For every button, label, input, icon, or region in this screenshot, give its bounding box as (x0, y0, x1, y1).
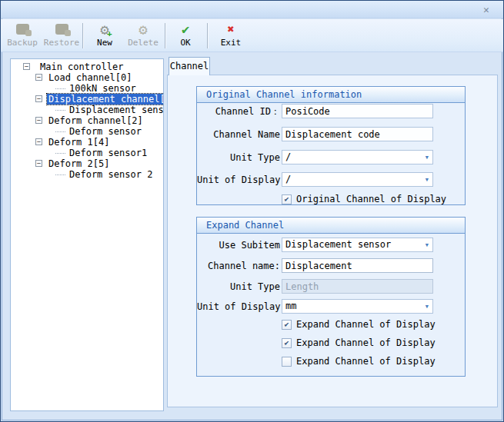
tree-node-deform-sensor-2[interactable]: Deform sensor 2 (11, 169, 163, 180)
ok-check-icon: ✔ (182, 21, 189, 38)
channel-name-label: Channel Name (197, 127, 280, 142)
expand-channel-name-field[interactable] (282, 258, 433, 273)
expand-channel-group: Expand Channel Use Subitem Displacement … (196, 217, 466, 377)
check-icon: ✔ (284, 339, 289, 347)
collapse-icon[interactable]: − (35, 95, 42, 102)
tree-node-deform-channel[interactable]: − Deform channel[2] (11, 115, 163, 126)
expand-display-checkbox-row-2: ✔ Expand Channel of Display (282, 337, 436, 348)
channel-name-field[interactable] (282, 127, 433, 141)
expand-display-checkbox-row-3: ✔ Expand Channel of Display (282, 356, 436, 367)
close-icon[interactable]: ✕ (479, 3, 494, 16)
channel-tree: − Main controller − Load channel[0] 100k… (10, 58, 164, 411)
channel-settings-window: ✕ Backup Restore ⚙ + New ⚙ Delete ✔ OK (0, 0, 504, 422)
toolbar: Backup Restore ⚙ + New ⚙ Delete ✔ OK ✖ E… (1, 19, 503, 52)
use-subitem-label: Use Subitem (197, 238, 280, 253)
exit-cross-icon: ✖ (227, 21, 234, 38)
restore-icon (55, 21, 68, 38)
tree-node-displacement-sensor[interactable]: Displacement sensor (11, 105, 163, 115)
use-subitem-select[interactable]: Displacement sensor ▼ (282, 238, 433, 252)
channel-id-field[interactable] (282, 104, 433, 118)
expand-unit-of-display-select[interactable]: mm ▼ (282, 299, 433, 314)
expand-display-checkbox-3[interactable]: ✔ (282, 357, 292, 367)
new-gear-icon: ⚙ + (100, 21, 108, 38)
tree-node-deform-1[interactable]: − Deform 1[4] (11, 137, 163, 148)
original-display-checkbox-row: ✔ Original Channel of Display (282, 194, 446, 204)
exit-button[interactable]: ✖ Exit (214, 21, 248, 51)
tree-node-displacement-channel[interactable]: − Displacement channel[1] (11, 94, 163, 105)
unit-type-select[interactable]: / ▼ (282, 150, 433, 164)
toolbar-separator (165, 23, 165, 48)
expand-channel-name-label: Channel name: (197, 258, 280, 274)
ok-button[interactable]: ✔ OK (169, 21, 202, 51)
expand-unit-type-label: Unit Type (197, 279, 280, 294)
chevron-down-icon: ▼ (426, 304, 429, 310)
tree-node-main-controller[interactable]: − Main controller (11, 61, 163, 72)
check-icon: ✔ (284, 321, 289, 328)
group-title: Expand Channel (197, 218, 465, 234)
expand-display-checkbox-row-1: ✔ Expand Channel of Display (282, 319, 436, 330)
delete-gear-icon: ⚙ (139, 21, 147, 38)
collapse-icon[interactable]: − (35, 138, 42, 145)
check-icon: ✔ (284, 195, 289, 203)
chevron-down-icon: ▼ (426, 242, 429, 248)
new-button[interactable]: ⚙ + New (89, 21, 120, 51)
backup-button[interactable]: Backup (5, 21, 40, 51)
tree-node-deform-2[interactable]: − Deform 2[5] (11, 158, 163, 169)
channel-id-label: Channel ID： (197, 104, 280, 119)
collapse-icon[interactable]: − (35, 74, 42, 81)
delete-button[interactable]: ⚙ Delete (124, 21, 162, 51)
tree-node-load-channel[interactable]: − Load channel[0] (11, 72, 163, 83)
unit-of-display-select[interactable]: / ▼ (282, 172, 433, 187)
chevron-down-icon: ▼ (426, 177, 429, 183)
tree-node-deform-sensor[interactable]: Deform sensor (11, 126, 163, 137)
channel-tab-page: Original Channel information Channel ID：… (167, 75, 498, 407)
original-display-checkbox[interactable]: ✔ (282, 194, 292, 204)
chevron-down-icon: ▼ (426, 155, 429, 161)
titlebar: ✕ (1, 1, 503, 18)
tree-node-100kn-sensor[interactable]: 100kN sensor (11, 83, 163, 94)
unit-type-label: Unit Type (197, 150, 280, 165)
unit-of-display-label: Unit of Display (197, 172, 280, 188)
expand-unit-of-display-label: Unit of Display (197, 299, 280, 314)
plus-icon: + (107, 28, 112, 38)
collapse-icon[interactable]: − (23, 63, 30, 70)
expand-display-checkbox-2[interactable]: ✔ (282, 338, 292, 348)
expand-unit-type-field (282, 279, 433, 294)
restore-button[interactable]: Restore (42, 21, 82, 51)
toolbar-separator (207, 23, 208, 48)
collapse-icon[interactable]: − (35, 160, 42, 167)
original-channel-group: Original Channel information Channel ID：… (196, 86, 466, 205)
toolbar-separator (82, 23, 83, 48)
backup-icon (16, 21, 29, 38)
collapse-icon[interactable]: − (35, 117, 42, 124)
tab-channel[interactable]: Channel (169, 57, 210, 75)
group-title: Original Channel information (197, 87, 465, 103)
tree-node-deform-sensor1[interactable]: Deform sensor1 (11, 148, 163, 158)
expand-display-checkbox-1[interactable]: ✔ (282, 320, 292, 330)
